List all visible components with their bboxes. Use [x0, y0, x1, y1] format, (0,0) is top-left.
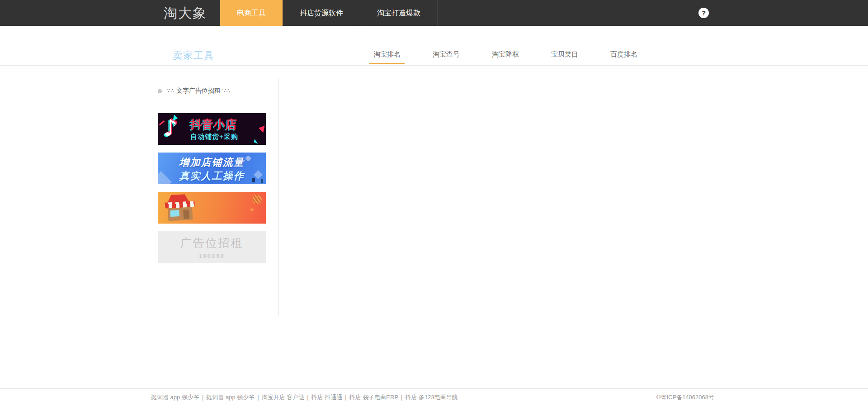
banner-subtitle: 真实人工操作: [158, 169, 266, 183]
banner-ad-placeholder[interactable]: 广告位招租 190X60: [158, 231, 266, 263]
figure-decoration: [252, 178, 255, 182]
footer-link-doudian-doutongtong[interactable]: 抖店 抖通通: [311, 394, 343, 401]
placeholder-size: 190X60: [199, 253, 225, 259]
tab-taobao-check-account[interactable]: 淘宝查号: [429, 26, 464, 66]
banner-list: ♪ ♪ ♪ 抖音小店 自动铺货+采购: [158, 113, 266, 263]
tab-taobao-rank[interactable]: 淘宝排名: [369, 26, 405, 66]
nav-item-doudian-supply-software[interactable]: 抖店货源软件: [283, 0, 360, 26]
placeholder-title: 广告位招租: [180, 235, 244, 250]
footer-links: 提词器 app 强少爷|提词器 app 强少爷|淘宝开店 客户达|抖店 抖通通|…: [151, 393, 458, 401]
tab-label: 百度排名: [606, 50, 642, 59]
figure-decoration: [261, 179, 263, 183]
icp-copyright: ©粤ICP备14062068号: [656, 393, 714, 401]
banner-subtitle: 自动铺货+采购: [190, 133, 238, 141]
page: 淘大象 电商工具 抖店货源软件 淘宝打造爆款 ? 卖家工具 淘宝排名 淘宝查号: [0, 0, 868, 406]
tab-label: 淘宝查号: [429, 50, 464, 59]
text-ad-label: ∵∴ 文字广告位招租 ∵∴: [166, 87, 230, 95]
triangle-decoration: [254, 139, 259, 144]
tab-label: 宝贝类目: [547, 50, 582, 59]
storefront-door: [183, 210, 189, 219]
top-navbar: 淘大象 电商工具 抖店货源软件 淘宝打造爆款 ?: [0, 0, 868, 26]
striped-circle-icon: [252, 195, 262, 204]
help-icon[interactable]: ?: [698, 8, 709, 18]
footer-link-doudian-nav[interactable]: 抖店 多123电商导航: [405, 394, 458, 401]
footer-link-teleprompter-1[interactable]: 提词器 app 强少爷: [151, 394, 199, 401]
tool-tabs: 淘宝排名 淘宝查号 淘宝降权 宝贝类目 百度排名: [369, 26, 642, 66]
tab-label: 淘宝降权: [488, 50, 523, 59]
page-footer: 提词器 app 强少爷|提词器 app 强少爷|淘宝开店 客户达|抖店 抖通通|…: [0, 388, 868, 406]
ad-sidebar: ∵∴ 文字广告位招租 ∵∴ ♪ ♪ ♪ 抖音小: [158, 66, 266, 271]
storefront-body: [168, 207, 193, 221]
banner-text: 抖音小店 自动铺货+采购: [190, 117, 238, 141]
bullet-icon: [158, 89, 162, 93]
nav-item-taobao-hot-item[interactable]: 淘宝打造爆款: [360, 0, 438, 26]
footer-link-taobao-open-shop[interactable]: 淘宝开店 客户达: [262, 394, 305, 401]
tab-baidu-rank[interactable]: 百度排名: [606, 26, 642, 66]
tab-taobao-demotion[interactable]: 淘宝降权: [488, 26, 523, 66]
footer-separator: |: [345, 394, 346, 401]
main-content-area: [278, 66, 714, 388]
storefront-icon: [160, 194, 198, 223]
footer-separator: |: [202, 394, 203, 401]
banner-ad-open-shop[interactable]: [158, 192, 266, 224]
footer-link-doudian-erp[interactable]: 抖店 袋子电商ERP: [349, 394, 398, 401]
nav-item-ecommerce-tools[interactable]: 电商工具: [220, 0, 283, 26]
footer-link-teleprompter-2[interactable]: 提词器 app 强少爷: [206, 394, 255, 401]
dot-decoration: [250, 208, 254, 211]
storefront-window: [170, 210, 179, 217]
active-tab-underline: [369, 63, 405, 64]
content-area: ∵∴ 文字广告位招租 ∵∴ ♪ ♪ ♪ 抖音小: [0, 66, 868, 388]
triangle-decoration: [258, 124, 264, 133]
footer-separator: |: [257, 394, 259, 401]
site-logo[interactable]: 淘大象: [164, 0, 207, 26]
seller-tools-header: 卖家工具 淘宝排名 淘宝查号 淘宝降权 宝贝类目: [0, 26, 868, 66]
main-nav: 电商工具 抖店货源软件 淘宝打造爆款: [220, 0, 438, 26]
page-title: 卖家工具: [173, 49, 214, 62]
footer-separator: |: [401, 394, 402, 401]
tab-item-category[interactable]: 宝贝类目: [547, 26, 582, 66]
banner-ad-shop-traffic[interactable]: 增加店铺流量 真实人工操作: [158, 153, 266, 184]
text-ad-link[interactable]: ∵∴ 文字广告位招租 ∵∴: [158, 87, 266, 95]
tab-label: 淘宝排名: [369, 50, 405, 59]
footer-separator: |: [307, 394, 308, 401]
banner-title: 抖音小店: [190, 117, 238, 132]
banner-ad-douyin-store[interactable]: ♪ ♪ ♪ 抖音小店 自动铺货+采购: [158, 113, 266, 145]
